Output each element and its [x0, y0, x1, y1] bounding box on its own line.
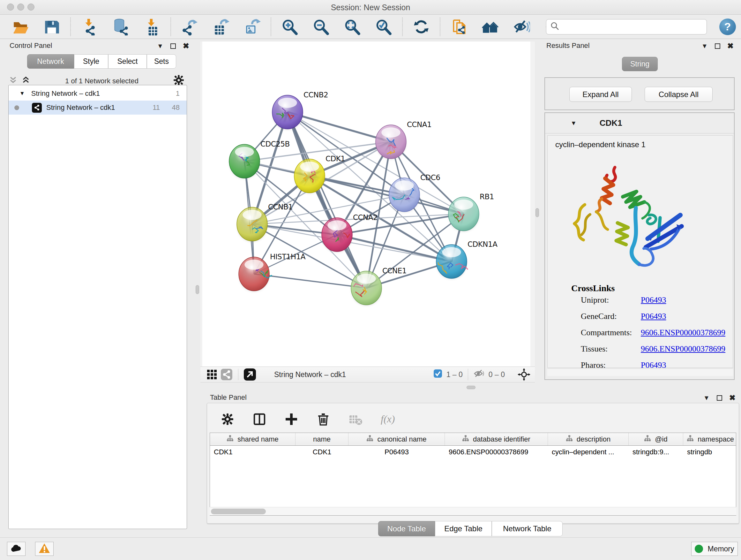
selected-checkbox[interactable] — [433, 369, 443, 380]
crosslink-label: Compartments: — [581, 328, 641, 337]
column-manager-button[interactable] — [251, 410, 268, 428]
export-network-button[interactable] — [181, 18, 199, 36]
network-collection-row[interactable]: ▼ String Network – cdk1 1 — [9, 86, 187, 101]
function-builder-button[interactable]: f(x) — [378, 410, 396, 428]
crosslink-link[interactable]: 9606.ENSP00000378699 — [641, 344, 725, 354]
column-header-namespace[interactable]: namespace — [683, 433, 736, 445]
cloud-button[interactable] — [7, 542, 25, 556]
refresh-view-button[interactable] — [412, 18, 430, 36]
edge-CCNB2-CCNA1[interactable] — [287, 112, 391, 142]
export-image-button[interactable] — [243, 18, 261, 36]
float-panel-icon[interactable] — [717, 395, 722, 401]
delete-table-button[interactable] — [346, 410, 364, 428]
column-header--id[interactable]: @id — [629, 433, 683, 445]
network-collection-label: String Network – cdk1 — [31, 89, 100, 98]
table-settings-button[interactable] — [219, 410, 237, 428]
paste-network-button[interactable] — [450, 18, 468, 36]
panel-menu-icon[interactable]: ▼ — [703, 395, 710, 401]
close-panel-icon[interactable]: ✖ — [183, 42, 189, 50]
crosslink-link[interactable]: P06493 — [641, 295, 666, 305]
right-splitter-handle[interactable] — [536, 208, 539, 217]
results-scrollbar[interactable] — [547, 368, 733, 376]
import-network-database-button[interactable] — [112, 18, 130, 36]
table-cell[interactable]: stringdb — [683, 446, 736, 459]
show-all-networks-button[interactable] — [481, 18, 499, 36]
crosslinks-title: CrossLinks — [571, 283, 615, 294]
tab-select[interactable]: Select — [108, 54, 147, 69]
zoom-fit-button[interactable] — [343, 18, 361, 36]
zoom-selected-button[interactable] — [375, 18, 393, 36]
crosslink-link[interactable]: 9606.ENSP00000378699 — [641, 328, 725, 337]
export-table-button[interactable] — [212, 18, 230, 36]
table-cell[interactable]: stringdb:9... — [629, 446, 683, 459]
edge-count: 48 — [172, 104, 180, 112]
hidden-eye-icon[interactable] — [473, 369, 485, 380]
import-network-file-button[interactable] — [80, 18, 98, 36]
network-row[interactable]: String Network – cdk1 11 48 — [9, 101, 187, 115]
column-header-database-identifier[interactable]: database identifier — [445, 433, 548, 445]
table-cell[interactable]: CDK1 — [210, 446, 295, 459]
float-panel-icon[interactable] — [715, 44, 720, 49]
zoom-out-button[interactable] — [312, 18, 330, 36]
network-graph[interactable]: CCNB2CCNA1CDC25BCDK1CDC6RB1CCNB1CCNA2CDK… — [202, 42, 530, 367]
table-horizontal-scrollbar[interactable] — [210, 507, 736, 515]
table-cell[interactable]: P06493 — [348, 446, 445, 459]
gene-section-header[interactable]: ▼ CDK1 — [545, 113, 734, 133]
title-bar: Session: New Session — [0, 0, 741, 15]
memory-button[interactable]: Memory — [691, 542, 738, 556]
crosslink-link[interactable]: P06493 — [641, 312, 666, 321]
node-CCNA1[interactable]: CCNA1 — [376, 120, 431, 159]
panel-menu-icon[interactable]: ▼ — [157, 43, 163, 49]
left-splitter-handle[interactable] — [196, 285, 199, 294]
column-header-shared-name[interactable]: shared name — [210, 433, 295, 445]
tab-style[interactable]: Style — [74, 54, 108, 69]
open-session-button[interactable] — [11, 18, 29, 36]
table-cell[interactable]: 9606.ENSP00000378699 — [445, 446, 548, 459]
tab-network-table[interactable]: Network Table — [492, 521, 562, 537]
import-table-file-button[interactable] — [143, 18, 161, 36]
grid-view-icon[interactable] — [205, 368, 218, 381]
edge-CCNA2-CDKN1A[interactable] — [337, 235, 452, 261]
node-table: shared namenamecanonical namedatabase id… — [210, 433, 736, 516]
tree-expander-icon[interactable]: ▼ — [19, 90, 25, 97]
network-canvas[interactable]: CCNB2CCNA1CDC25BCDK1CDC6RB1CCNB1CCNA2CDK… — [202, 42, 530, 367]
panel-menu-icon[interactable]: ▼ — [701, 43, 708, 49]
tab-sets[interactable]: Sets — [147, 54, 176, 69]
hide-selected-button[interactable] — [513, 18, 530, 36]
scrollbar-thumb[interactable] — [211, 509, 266, 514]
warning-button[interactable] — [35, 542, 54, 556]
save-session-button[interactable] — [43, 18, 61, 36]
node-CCNB1[interactable]: CCNB1 — [237, 203, 293, 241]
horizontal-splitter-handle[interactable] — [467, 386, 475, 389]
string-network-icon — [32, 103, 42, 113]
close-panel-icon[interactable]: ✖ — [729, 394, 736, 401]
collapse-all-button[interactable]: Collapse All — [645, 87, 713, 102]
tab-node-table[interactable]: Node Table — [378, 521, 435, 537]
column-header-description[interactable]: description — [548, 433, 629, 445]
tab-string[interactable]: String — [622, 57, 658, 71]
column-header-name[interactable]: name — [295, 433, 348, 445]
close-panel-icon[interactable]: ✖ — [727, 42, 734, 50]
move-crosshair-icon[interactable] — [518, 368, 530, 381]
table-cell[interactable]: CDK1 — [295, 446, 348, 459]
tab-network[interactable]: Network — [27, 54, 74, 69]
search-input[interactable] — [560, 23, 697, 31]
node-RB1[interactable]: RB1 — [448, 192, 494, 231]
open-in-window-icon[interactable] — [244, 368, 256, 381]
node-HIST1H1A[interactable]: HIST1H1A — [239, 253, 306, 291]
section-expander-icon[interactable]: ▼ — [570, 120, 577, 127]
edge-CCNB2-CCNE1[interactable] — [287, 112, 366, 288]
expand-all-button[interactable]: Expand All — [569, 87, 632, 102]
tab-edge-table[interactable]: Edge Table — [435, 521, 492, 537]
share-view-icon[interactable] — [220, 368, 233, 381]
float-panel-icon[interactable] — [171, 44, 176, 49]
node-CDKN1A[interactable]: CDKN1A — [436, 240, 497, 278]
add-column-button[interactable] — [282, 410, 300, 428]
table-cell[interactable]: cyclin–dependent ... — [548, 446, 629, 459]
column-header-canonical-name[interactable]: canonical name — [348, 433, 445, 445]
help-button[interactable]: ? — [719, 18, 736, 35]
table-row[interactable]: CDK1CDK1P064939606.ENSP00000378699cyclin… — [210, 446, 736, 459]
search-box[interactable] — [546, 19, 707, 35]
zoom-in-button[interactable] — [281, 18, 299, 36]
delete-column-button[interactable] — [314, 410, 332, 428]
